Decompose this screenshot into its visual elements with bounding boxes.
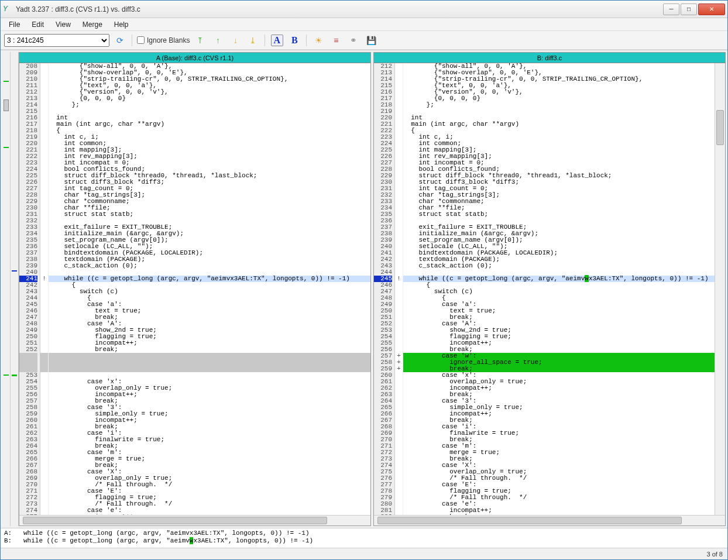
pane-b-header: B: diff3.c: [374, 53, 725, 63]
pane-b: B: diff3.c 21221321421521621721821922022…: [373, 52, 726, 526]
first-diff-button[interactable]: ⤒: [193, 33, 207, 47]
toolbar: 3 : 241c245 ⟳ Ignore Blanks ⤒ ↑ ↓ ⤓ A B …: [1, 31, 727, 50]
separator: [132, 35, 132, 46]
info-a-label: A:: [4, 530, 12, 537]
close-button[interactable]: ✕: [698, 4, 725, 15]
info-b-label: B:: [4, 537, 12, 544]
menubar: File Edit View Merge Help: [1, 18, 727, 31]
status-position: 3 of 8: [706, 551, 723, 558]
info-b-line: while ((c = getopt_long (argc, argv, "ae…: [12, 537, 313, 544]
lines-icon: ≡: [334, 36, 338, 45]
menu-edit[interactable]: Edit: [27, 19, 49, 30]
pane-b-code[interactable]: {"show-all", 0, 0, 'A'}, {"show-overlap"…: [403, 63, 715, 515]
pane-a-hscroll[interactable]: [19, 515, 370, 525]
ignore-blanks-checkbox[interactable]: [137, 36, 145, 44]
menu-file[interactable]: File: [4, 19, 25, 30]
letter-b-icon: B: [291, 35, 298, 46]
arrow-up-icon: ↑: [216, 36, 220, 45]
sun-icon: ☀: [315, 36, 322, 45]
hscroll-thumb[interactable]: [23, 517, 327, 524]
arrow-down-icon: ↓: [233, 36, 238, 45]
pane-b-gutter[interactable]: 2122132142152162172182192202212222232242…: [374, 63, 395, 515]
overview-mark: [4, 375, 9, 376]
hscroll-thumb[interactable]: [377, 517, 682, 524]
prev-diff-button[interactable]: ↑: [211, 33, 225, 47]
pane-a-header: A (Base): diff3.c (CVS r1.1): [19, 53, 370, 63]
save-button[interactable]: 💾: [364, 33, 378, 47]
app-window: Y Yadt 3.237 : diff3.c (CVS r1.1) vs. di…: [0, 0, 728, 560]
diff-panes: A (Base): diff3.c (CVS r1.1) 20820921021…: [19, 52, 726, 526]
lines-button[interactable]: ≡: [329, 33, 343, 47]
refresh-button[interactable]: ⟳: [113, 33, 127, 47]
menu-view[interactable]: View: [51, 19, 75, 30]
overview-viewport[interactable]: [4, 99, 9, 111]
pane-b-marks: !+++: [395, 63, 403, 515]
link-icon: ⚭: [350, 36, 357, 45]
overview-mark: [4, 81, 9, 82]
titlebar[interactable]: Y Yadt 3.237 : diff3.c (CVS r1.1) vs. di…: [1, 1, 727, 18]
vscroll-thumb[interactable]: [716, 110, 724, 145]
next-diff-button[interactable]: ↓: [228, 33, 242, 47]
diff-line-info: A: while ((c = getopt_long (argc, argv, …: [1, 528, 727, 548]
arrow-up-bar-icon: ⤒: [197, 36, 204, 45]
floppy-icon: 💾: [366, 36, 376, 45]
pane-a: A (Base): diff3.c (CVS r1.1) 20820921021…: [19, 52, 371, 526]
ignore-blanks-label[interactable]: Ignore Blanks: [137, 36, 190, 44]
maximize-button[interactable]: □: [681, 4, 697, 15]
pane-a-body: 2082092102112122132142152162172182192202…: [19, 63, 370, 515]
pane-b-body: 2122132142152162172182192202212222232242…: [374, 63, 725, 515]
overview-ruler-inner[interactable]: [11, 52, 19, 526]
overview-mark: [12, 270, 17, 272]
overview-mark: [4, 147, 9, 148]
diff-selector[interactable]: 3 : 241c245: [4, 34, 109, 47]
last-diff-button[interactable]: ⤓: [246, 33, 260, 47]
window-buttons: ─ □ ✕: [663, 4, 725, 15]
separator: [265, 35, 265, 46]
letter-a-icon: A: [271, 35, 284, 46]
link-button[interactable]: ⚭: [346, 33, 360, 47]
pane-a-gutter[interactable]: 2082092102112122132142152162172182192202…: [19, 63, 40, 515]
minimize-button[interactable]: ─: [663, 4, 679, 15]
choose-b-button[interactable]: B: [287, 33, 301, 47]
choose-a-button[interactable]: A: [270, 33, 284, 47]
pane-a-marks: !: [40, 63, 49, 515]
info-a-line: while ((c = getopt_long (argc, argv, "ae…: [12, 530, 309, 537]
highlight-button[interactable]: ☀: [311, 33, 325, 47]
overview-mark: [12, 375, 17, 376]
refresh-icon: ⟳: [116, 36, 123, 45]
menu-help[interactable]: Help: [109, 19, 133, 30]
pane-b-hscroll[interactable]: [374, 515, 725, 525]
statusbar: 3 of 8: [1, 548, 727, 559]
arrow-down-bar-icon: ⤓: [249, 36, 256, 45]
window-title: Yadt 3.237 : diff3.c (CVS r1.1) vs. diff…: [16, 5, 663, 13]
pane-b-vscroll[interactable]: [715, 63, 725, 515]
content-area: A (Base): diff3.c (CVS r1.1) 20820921021…: [1, 50, 727, 528]
separator: [306, 35, 307, 46]
ignore-blanks-text: Ignore Blanks: [147, 36, 190, 44]
app-icon: Y: [3, 5, 12, 14]
overview-ruler-outer[interactable]: [2, 52, 11, 526]
menu-merge[interactable]: Merge: [78, 19, 107, 30]
pane-a-code[interactable]: {"show-all", 0, 0, 'A'}, {"show-overlap"…: [49, 63, 370, 515]
